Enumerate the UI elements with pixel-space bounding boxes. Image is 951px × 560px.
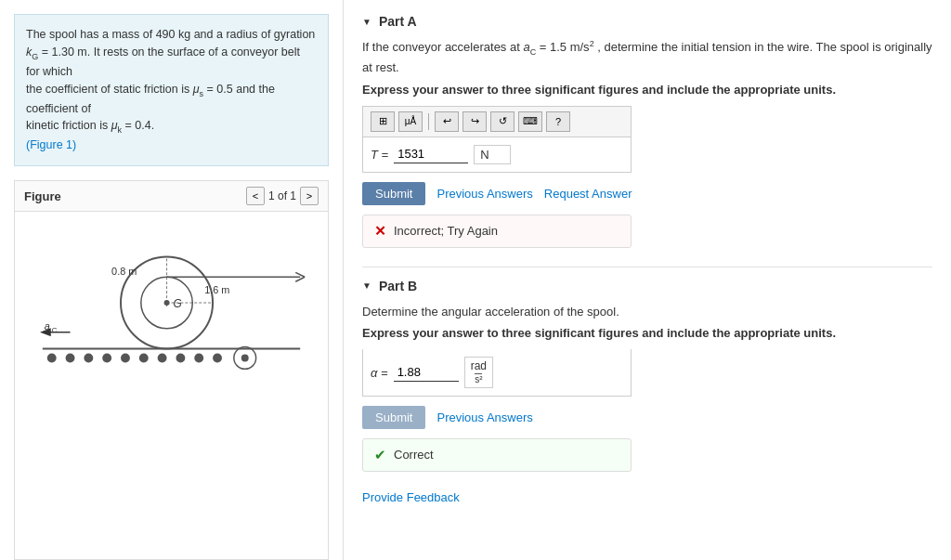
answer-label-a: T = [371,148,388,162]
action-row-a: Submit Previous Answers Request Answer [362,182,932,205]
answer-label-b: α = [371,366,388,380]
figure-link[interactable]: (Figure 1) [26,138,76,151]
svg-line-23 [295,272,305,277]
svg-point-8 [176,354,185,363]
figure-canvas: G + 0.8 m 1.6 m [15,212,328,397]
feedback-text-b: Correct [394,448,434,462]
svg-point-12 [241,354,249,361]
undo-button[interactable]: ↩ [435,111,459,132]
part-a-section: ▼ Part A If the conveyor accelerates at … [362,14,932,248]
svg-point-4 [102,354,111,363]
refresh-button[interactable]: ↺ [490,111,515,132]
submit-button-a[interactable]: Submit [362,182,425,205]
matrix-icon[interactable]: ⊞ [371,111,395,132]
prev-figure-button[interactable]: < [246,187,265,205]
figure-header: Figure < 1 of 1 > [15,181,328,212]
unit-denominator: s² [475,373,482,385]
answer-unit-a: N [474,145,511,164]
prev-answers-link-b[interactable]: Previous Answers [436,410,532,424]
svg-text:G: G [173,297,181,310]
redo-button[interactable]: ↪ [462,111,487,132]
figure-section: Figure < 1 of 1 > [14,180,329,560]
part-a-description: If the conveyor accelerates at aC = 1.5 … [362,38,932,77]
feedback-box-a: ✕ Incorrect; Try Again [362,215,632,248]
answer-unit-b: rad s² [464,357,493,387]
toolbar-sep-1 [428,113,429,130]
part-a-header: ▼ Part A [362,14,932,29]
submit-button-b[interactable]: Submit [362,406,425,429]
left-panel: The spool has a mass of 490 kg and a rad… [0,0,344,560]
request-answer-link-a[interactable]: Request Answer [544,187,632,201]
problem-text: The spool has a mass of 490 kg and a rad… [26,28,315,151]
svg-point-9 [194,354,203,363]
keyboard-button[interactable]: ⌨ [518,111,542,132]
part-a-title: Part A [379,14,417,29]
answer-input-b[interactable] [394,363,459,382]
spool-diagram: G + 0.8 m 1.6 m [24,221,319,388]
svg-point-5 [121,354,130,363]
action-row-b: Submit Previous Answers [362,406,932,429]
part-b-title: Part B [379,279,417,293]
symbol-icon[interactable]: μÅ [398,111,423,132]
answer-input-a[interactable] [394,145,468,163]
svg-point-10 [213,354,222,363]
feedback-box-b: ✔ Correct [362,438,632,472]
part-b-section: ▼ Part B Determine the angular accelerat… [362,279,932,472]
next-figure-button[interactable]: > [300,187,319,205]
answer-toolbar-a: ⊞ μÅ ↩ ↪ ↺ ⌨ ? [362,106,632,137]
svg-text:1.6 m: 1.6 m [204,284,229,295]
right-panel: ▼ Part A If the conveyor accelerates at … [344,0,951,560]
feedback-text-a: Incorrect; Try Again [394,224,498,238]
correct-icon: ✔ [374,447,386,463]
incorrect-icon: ✕ [374,223,386,240]
figure-title: Figure [24,189,61,203]
svg-text:+: + [164,298,170,309]
problem-statement: The spool has a mass of 490 kg and a rad… [14,14,329,166]
part-b-instruction: Express your answer to three significant… [362,326,932,340]
provide-feedback-link[interactable]: Provide Feedback [362,490,932,504]
svg-point-2 [66,354,75,363]
part-a-instruction: Express your answer to three significant… [362,83,932,97]
svg-text:C: C [52,326,58,334]
section-divider [362,267,932,267]
unit-numerator: rad [471,359,487,372]
svg-text:0.8 m: 0.8 m [111,266,137,277]
svg-point-6 [139,354,149,363]
svg-text:a: a [45,320,50,332]
answer-row-b: α = rad s² [362,349,632,396]
svg-line-24 [295,277,305,281]
figure-page-info: 1 of 1 [268,189,296,202]
svg-point-7 [158,354,167,363]
part-b-triangle-icon: ▼ [362,280,371,291]
part-b-description: Determine the angular acceleration of th… [362,303,932,321]
prev-answers-link-a[interactable]: Previous Answers [436,187,532,201]
help-button[interactable]: ? [546,111,570,132]
answer-row-a: T = N [362,137,632,173]
part-b-header: ▼ Part B [362,279,932,293]
svg-point-1 [47,354,57,363]
figure-nav: < 1 of 1 > [246,187,319,205]
part-a-triangle-icon: ▼ [362,17,371,27]
svg-point-3 [84,354,93,363]
